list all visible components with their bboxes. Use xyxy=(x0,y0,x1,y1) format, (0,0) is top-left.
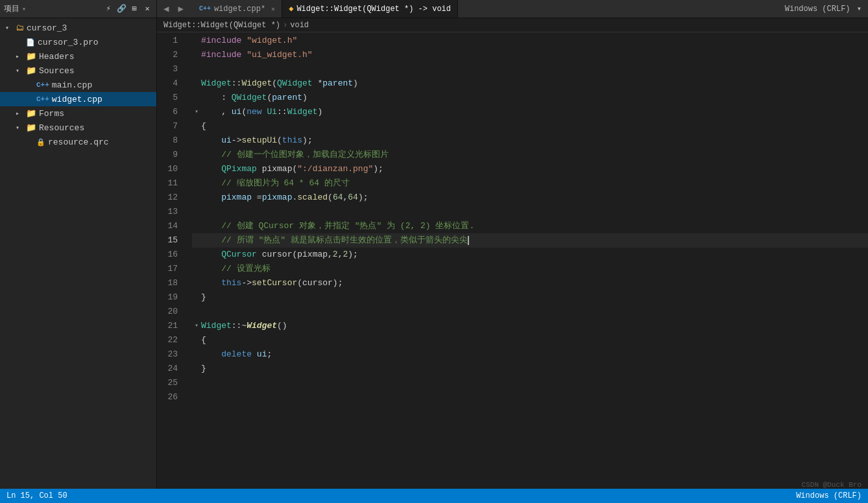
fold-5 xyxy=(192,91,201,105)
token: (cursor); xyxy=(297,276,343,290)
code-line-13 xyxy=(192,205,868,219)
chevron-right-icon: ▸ xyxy=(16,53,23,60)
fold-23 xyxy=(192,347,201,362)
code-line-17: // 设置光标 xyxy=(192,262,868,276)
token: Widget xyxy=(241,76,272,91)
ln-9: 9 xyxy=(157,148,183,162)
filter-icon[interactable]: ⚡ xyxy=(103,4,114,14)
code-line-1: #include "widget.h" xyxy=(192,34,868,48)
sidebar-item-label-forms: Forms xyxy=(39,109,64,119)
code-line-22: { xyxy=(192,333,868,347)
sidebar-item-cursor3[interactable]: ▾ 🗂 cursor_3 xyxy=(0,21,156,35)
token: : xyxy=(201,91,232,105)
token: ( xyxy=(272,76,277,91)
code-line-2: #include "ui_widget.h" xyxy=(192,48,868,62)
code-line-23: delete ui; xyxy=(192,347,868,362)
fold-19 xyxy=(192,290,201,305)
token: // 所谓 "热点" 就是鼠标点击时生效的位置，类似于箭头的尖尖 xyxy=(221,233,468,248)
tab-nav-next[interactable]: ▶ xyxy=(174,3,187,14)
fold-13 xyxy=(192,205,201,219)
token: () xyxy=(277,319,287,333)
token: ui xyxy=(257,347,267,362)
code-content: #include "widget.h" #include "ui_widget.… xyxy=(189,32,868,489)
sidebar-item-headers[interactable]: ▸ 📁 Headers xyxy=(0,49,156,64)
ln-8: 8 xyxy=(157,134,183,148)
token: ; xyxy=(267,347,272,362)
sidebar-item-sources[interactable]: ▾ 📁 Sources xyxy=(0,64,156,78)
token: delete xyxy=(221,347,257,362)
token: parent xyxy=(272,91,302,105)
sidebar-item-cursor3pro[interactable]: 📄 cursor_3.pro xyxy=(0,35,156,49)
code-line-20 xyxy=(192,305,868,319)
tab-widget-cpp[interactable]: C++ widget.cpp* ✕ xyxy=(193,0,282,18)
qrc-file-icon: 🔒 xyxy=(36,138,45,146)
fold-20 xyxy=(192,305,201,319)
project-sidebar: ▾ 🗂 cursor_3 📄 cursor_3.pro ▸ 📁 Headers … xyxy=(0,18,157,489)
tab-widget-function[interactable]: ◆ Widget::Widget(QWidget *) -> void xyxy=(282,0,458,18)
token: pixmap( xyxy=(257,162,297,176)
close-panel-icon[interactable]: ✕ xyxy=(142,4,152,14)
token: // 设置光标 xyxy=(221,262,270,276)
fold-26 xyxy=(192,390,201,404)
token: . xyxy=(292,191,297,205)
fold-12 xyxy=(192,191,201,205)
token: ( xyxy=(241,105,247,119)
status-line-col: Ln 15, Col 50 xyxy=(6,491,67,500)
fold-22 xyxy=(192,333,201,347)
token: } xyxy=(201,362,206,376)
token: // 缩放图片为 64 * 64 的尺寸 xyxy=(221,176,350,191)
encoding-selector[interactable]: Windows (CRLF) ▾ xyxy=(778,4,868,14)
sidebar-item-maincpp[interactable]: C++ main.cpp xyxy=(0,78,156,92)
tab1-close-icon[interactable]: ✕ xyxy=(271,5,275,13)
project-dropdown-arrow[interactable]: ▾ xyxy=(22,5,26,13)
pro-file-icon: 📄 xyxy=(26,38,35,47)
code-line-21: ▾ Widget::~Widget() xyxy=(192,319,868,333)
token: scaled xyxy=(297,191,328,205)
line-numbers: 1 2 3 4 5 6 7 8 9 10 11 12 13 14 15 16 1… xyxy=(157,32,189,489)
token: { xyxy=(201,333,206,347)
sidebar-item-resources[interactable]: ▾ 📁 Resources xyxy=(0,121,156,135)
sidebar-item-label-headers: Headers xyxy=(39,52,75,62)
token: , xyxy=(343,191,348,205)
ln-17: 17 xyxy=(157,262,183,276)
fold-18 xyxy=(192,276,201,290)
ln-12: 12 xyxy=(157,191,183,205)
token: // 创建一个位图对象，加载自定义光标图片 xyxy=(221,148,388,162)
sidebar-item-resourceqrc[interactable]: 🔒 resource.qrc xyxy=(0,135,156,149)
sidebar-item-widgetcpp[interactable]: C++ widget.cpp xyxy=(0,92,156,106)
sidebar-item-label-maincpp: main.cpp xyxy=(52,80,92,90)
status-encoding[interactable]: Windows (CRLF) xyxy=(796,491,862,500)
fold-21: ▾ xyxy=(192,319,201,333)
sidebar-item-label-sources: Sources xyxy=(39,66,75,76)
sidebar-item-label-resources: Resources xyxy=(39,123,84,133)
token: 2 xyxy=(333,248,338,262)
ln-16: 16 xyxy=(157,248,183,262)
tab2-icon: ◆ xyxy=(289,4,293,14)
tab-nav-buttons: ◀ ▶ xyxy=(157,0,190,18)
code-line-18: this->setCursor(cursor); xyxy=(192,276,868,290)
sidebar-item-label-resourceqrc: resource.qrc xyxy=(48,137,109,147)
chevron-right-icon-forms: ▸ xyxy=(16,110,23,117)
fold-16 xyxy=(192,248,201,262)
editor-area: Widget::Widget(QWidget *) › void 1 2 3 4… xyxy=(157,18,868,489)
project-panel-header: 项目 ▾ ⚡ 🔗 ⊞ ✕ xyxy=(0,0,157,18)
code-line-7: { xyxy=(192,119,868,134)
expand-icon[interactable]: ⊞ xyxy=(129,4,139,14)
token: -> xyxy=(232,134,242,148)
sidebar-item-forms[interactable]: ▸ 📁 Forms xyxy=(0,106,156,121)
link-icon[interactable]: 🔗 xyxy=(116,4,127,14)
token: // 创建 QCursor 对象，并指定 "热点" 为 (2, 2) 坐标位置. xyxy=(221,219,474,233)
tab-nav-prev[interactable]: ◀ xyxy=(160,3,173,14)
fold-10 xyxy=(192,162,201,176)
ln-18: 18 xyxy=(157,276,183,290)
token: ( xyxy=(267,91,272,105)
chevron-down-icon: ▾ xyxy=(5,24,13,32)
sidebar-item-label-cursor3: cursor_3 xyxy=(27,23,67,33)
token: ); xyxy=(358,191,368,205)
token: :: xyxy=(277,105,287,119)
token: pixmap xyxy=(221,191,252,205)
token: -> xyxy=(241,276,252,290)
forms-folder-icon: 📁 xyxy=(26,108,36,119)
code-editor[interactable]: 1 2 3 4 5 6 7 8 9 10 11 12 13 14 15 16 1… xyxy=(157,32,868,489)
token: ( xyxy=(328,191,333,205)
